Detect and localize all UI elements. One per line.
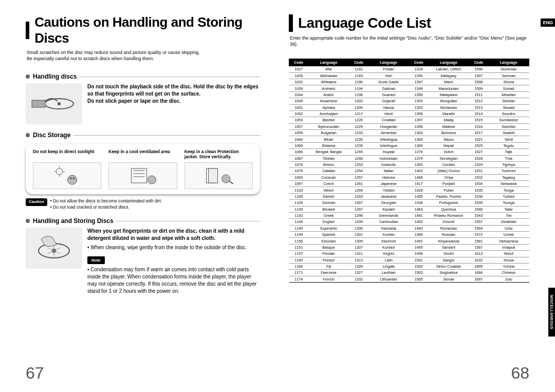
table-row: 1057Byelorussian1229Hungarian1358Maltese… <box>289 123 529 129</box>
code-cell: 1557 <box>469 219 488 225</box>
code-cell: 1070 <box>289 161 308 167</box>
language-cell: Macedonian <box>428 85 469 91</box>
table-row: 1149Spanish1301Korean1489Russian1572Uzbe… <box>289 232 529 238</box>
storage-caption: Keep in a cool ventilated area <box>108 149 177 160</box>
language-cell: Finnish <box>308 257 349 263</box>
table-row: 1060Bihari1235Interlingua1365Nauru1521Ta… <box>289 136 529 142</box>
code-cell: 1233 <box>349 130 368 136</box>
table-row: 1067Tibetan1248Indonesian1379Norwegian15… <box>289 155 529 161</box>
language-cell: Kannada <box>368 225 409 231</box>
language-cell: Basque <box>308 244 349 250</box>
page-title-right: Language Code List <box>298 15 431 31</box>
code-cell: 1299 <box>349 219 368 225</box>
code-cell: 1349 <box>409 85 428 91</box>
code-cell: 1334 <box>409 66 428 72</box>
language-cell: Hebrew <box>368 174 409 180</box>
code-cell: 1535 <box>469 187 488 193</box>
language-cell: Romanian <box>428 225 469 231</box>
language-cell: Volapuk <box>488 244 529 250</box>
language-cell: Maltese <box>428 123 469 129</box>
language-cell: Tagalog <box>488 174 529 180</box>
code-cell: 1564 <box>469 225 488 231</box>
code-cell: 1079 <box>289 168 308 174</box>
code-cell: 1171 <box>289 270 308 276</box>
svg-point-3 <box>57 169 63 175</box>
language-cell: Nauru <box>428 136 469 142</box>
table-row: 1144English1299Cambodian1482Kirundi1557U… <box>289 219 529 225</box>
language-cell: Swahili <box>488 130 529 136</box>
language-cell: Serbian <box>488 98 529 104</box>
language-cell: Slovenian <box>488 66 529 72</box>
section-disc-storage: Disc Storage Do not keep in direct sunli… <box>26 132 260 210</box>
code-cell: 1326 <box>349 263 368 269</box>
handling-disc-illustration <box>26 83 82 124</box>
language-cell: Latin <box>368 257 409 263</box>
language-cell: Catalan <box>308 168 349 174</box>
code-cell: 1502 <box>409 263 428 269</box>
code-cell: 1356 <box>409 110 428 117</box>
table-row: 1157Persian1311Kirghiz1498Sindhi1613Wolo… <box>289 251 529 257</box>
code-cell: 1516 <box>469 123 488 129</box>
section-header: Handling discs <box>26 73 260 80</box>
language-cell: Interlingua <box>368 136 409 142</box>
page-number-right: 68 <box>511 364 529 383</box>
language-cell: Malagasy <box>428 72 469 79</box>
svg-line-19 <box>229 181 233 184</box>
language-cell: Sangro <box>428 257 469 263</box>
code-cell: 1489 <box>409 232 428 238</box>
code-cell: 1613 <box>469 251 488 257</box>
language-cell: Greek <box>308 212 349 218</box>
caution-item: Do not allow the discs to become contami… <box>50 198 162 204</box>
language-cell: Russian <box>428 232 469 238</box>
caution-list: Do not allow the discs to become contami… <box>50 198 162 210</box>
language-cell: Tigrinya <box>488 161 529 167</box>
code-cell: 1495 <box>409 244 428 250</box>
code-cell: 1066 <box>289 149 308 155</box>
code-cell: 1491 <box>409 238 428 244</box>
code-cell: 1540 <box>469 206 488 212</box>
code-cell: 1105 <box>289 193 308 199</box>
code-cell: 1028 <box>289 72 308 79</box>
bullet-icon <box>26 133 30 137</box>
code-cell: 1057 <box>289 123 308 129</box>
code-cell: 1363 <box>409 130 428 136</box>
storage-box: Do not keep in direct sunlight Keep in a… <box>26 144 260 194</box>
code-cell: 1543 <box>469 212 488 218</box>
language-cell: Vietnamese <box>488 238 529 244</box>
language-cell: Hindi <box>368 110 409 117</box>
language-cell: Bislama <box>308 142 349 148</box>
language-cell: (Afan) Oromo <box>428 168 469 174</box>
code-cell: 1027 <box>289 66 308 72</box>
table-row: 1059Bulgarian1233Armenian1363Burmese1517… <box>289 130 529 136</box>
cleaning-disc-illustration <box>26 228 82 269</box>
dotted-rule <box>73 135 260 136</box>
table-row: 1070Breton1253Icelandic1393Occitan1529Ti… <box>289 161 529 167</box>
language-cell: Sanskrit <box>428 244 469 250</box>
language-cell: Bengali; Bangla <box>308 149 349 155</box>
section-body: Do not touch the playback side of the di… <box>87 83 260 124</box>
code-cell: 1097 <box>289 181 308 187</box>
storage-illustration <box>108 162 177 189</box>
language-cell: Cambodian <box>368 219 409 225</box>
code-cell: 1517 <box>469 130 488 136</box>
code-cell: 1531 <box>469 168 488 174</box>
language-cell: Gujarati <box>368 98 409 104</box>
language-cell: Azerbaijani <box>308 110 349 117</box>
storage-caption: Keep in a clean Protection jacket. Store… <box>184 149 253 160</box>
code-cell: 1327 <box>349 270 368 276</box>
code-cell: 1521 <box>469 136 488 142</box>
table-row: 1027Afar1181Frisian1334Latvian, Lettish1… <box>289 66 529 72</box>
language-cell: Albanian <box>488 91 529 98</box>
language-cell: Arabic <box>308 91 349 98</box>
language-cell: Quechua <box>428 206 469 212</box>
code-cell: 1283 <box>349 193 368 199</box>
intro-line1: Small scratches on the disc may reduce s… <box>27 49 260 55</box>
intro-line2: Be especially careful not to scratch dis… <box>27 55 260 62</box>
table-row: 1151Basque1307Kurdish1495Sanskrit1587Vol… <box>289 244 529 250</box>
svg-point-8 <box>68 175 77 184</box>
th-code: Code <box>289 59 308 66</box>
code-cell: 1157 <box>289 251 308 257</box>
code-cell: 1235 <box>349 136 368 142</box>
language-cell: Wolof <box>488 251 529 257</box>
code-cell: 1529 <box>469 161 488 167</box>
